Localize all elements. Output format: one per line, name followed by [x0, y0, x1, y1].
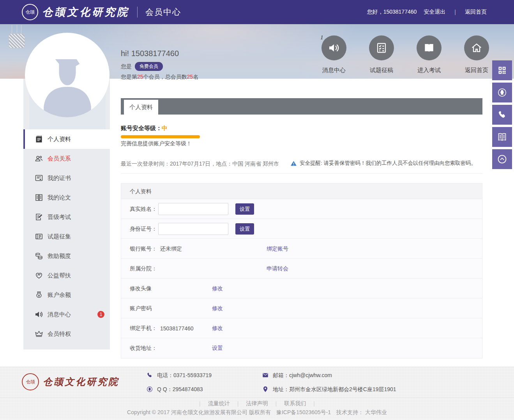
row-label: 所属分院：: [130, 265, 157, 272]
sidebar-item-个人资料[interactable]: 个人资料: [23, 129, 110, 149]
row-action-link[interactable]: 修改: [212, 305, 223, 312]
row-action-link[interactable]: 申请转会: [267, 265, 288, 272]
profile-row-text: 身份证号：: [130, 219, 157, 239]
row-action-link[interactable]: 修改: [212, 285, 223, 292]
row-action-link[interactable]: 绑定账号: [267, 245, 288, 252]
quick-action-消息中心[interactable]: 消息中心: [310, 35, 358, 74]
notebook-icon: [34, 134, 44, 144]
footer-contact: 地址：郑州市金水区绿地新都会2号楼C座19层1901: [262, 385, 396, 394]
sidebar-item-label: 试题征集: [48, 233, 71, 240]
papers-icon: [34, 193, 44, 202]
quick-action-进入考试[interactable]: 进入考试: [405, 35, 453, 74]
quick-action-label: 进入考试: [417, 67, 441, 74]
sidebar-item-消息中心[interactable]: 消息中心1: [23, 305, 110, 324]
footer-contact: Q Q：2954874083: [146, 385, 212, 394]
sidebar-item-label: 消息中心: [48, 311, 71, 318]
back-to-top-float-button[interactable]: [492, 149, 512, 169]
member-total: 25: [187, 74, 193, 80]
footer-link-流量统计[interactable]: 流量统计: [208, 400, 230, 407]
row-action-link[interactable]: 修改: [212, 325, 223, 332]
open-book-icon: [417, 35, 442, 60]
footer-brand: 仓颉 仓颉文化研究院: [22, 373, 119, 390]
set-button[interactable]: 设置: [235, 203, 254, 215]
row-action-link[interactable]: 设置: [212, 345, 223, 352]
qq-float-button[interactable]: [492, 83, 512, 102]
header-separator: ｜: [452, 9, 458, 16]
mail-icon: [262, 372, 269, 380]
tab-profile[interactable]: 个人资料: [124, 100, 158, 115]
row-value: 15038177460: [160, 325, 194, 332]
security-level-value: 中: [162, 125, 168, 131]
money-bag-icon: [34, 290, 44, 300]
profile-row-text: 真实姓名：: [130, 199, 157, 219]
row-label: 银行账号：: [130, 245, 157, 252]
sidebar-item-会员特权[interactable]: 会员特权: [23, 324, 110, 344]
sidebar-item-我的论文[interactable]: 我的论文: [23, 188, 110, 207]
link-separator: ｜: [274, 400, 279, 407]
home-icon: [464, 35, 489, 60]
greeting-text: hi! 15038177460: [121, 49, 198, 58]
sidebar-item-label: 晋级考试: [48, 214, 71, 221]
sidebar-menu: 个人资料会员关系我的证书我的论文晋级考试试题征集救助额度公益帮扶账户余额消息中心…: [23, 129, 110, 344]
sidebar-item-会员关系[interactable]: 会员关系: [23, 149, 110, 168]
phone-float-button[interactable]: [492, 105, 512, 125]
footer-links: ｜流量统计｜法律声明｜联系我们｜: [0, 397, 514, 409]
greeting-block: hi! 15038177460 您是 免费会员 您是第25个会员，总会员数25名: [121, 49, 198, 81]
header-user-links: 您好，15038177460 安全退出 ｜ 返回首页: [367, 0, 487, 24]
profile-row: 身份证号：设置: [121, 219, 482, 239]
profile-row: 银行账号：还未绑定绑定账号: [121, 239, 482, 259]
person-silhouette-icon: [29, 42, 106, 118]
link-separator: ｜: [197, 400, 203, 407]
sidebar-item-试题征集[interactable]: 试题征集: [23, 227, 110, 246]
phone-icon: [146, 372, 153, 380]
profile-row-text: 绑定手机：15038177460: [130, 318, 194, 338]
row-label: 真实姓名：: [130, 206, 157, 213]
footer-link-法律声明[interactable]: 法律声明: [246, 400, 268, 407]
last-login-info: 最近一次登录时间：2017年07月17日，地点：中国 河南省 郑州市: [121, 161, 279, 168]
profile-row-text: 所属分院：: [130, 259, 157, 279]
logout-link[interactable]: 安全退出: [424, 9, 445, 16]
sidebar-item-label: 个人资料: [48, 136, 71, 143]
collection-icon: [34, 232, 44, 241]
hanging-basket-decoration: [9, 25, 25, 50]
profile-row-text: 收货地址：: [130, 338, 157, 358]
you-are-label: 您是: [121, 63, 132, 70]
row-label: 修改头像: [130, 285, 152, 292]
quick-action-试题征稿[interactable]: 试题征稿: [358, 35, 405, 74]
quick-action-label: 返回首页: [465, 67, 488, 74]
footer-link-联系我们[interactable]: 联系我们: [284, 400, 306, 407]
heart-hands-icon: [34, 271, 44, 280]
sidebar-item-账户余额[interactable]: 账户余额: [23, 285, 110, 305]
身份证号-input[interactable]: [158, 223, 228, 235]
真实姓名-input[interactable]: [158, 203, 228, 215]
member-count-text: 您是第25个会员，总会员数25名: [121, 74, 198, 81]
profile-row-text: 账户密码: [130, 298, 152, 318]
sidebar-item-label: 公益帮扶: [48, 272, 71, 279]
profile-row: 账户密码修改: [121, 298, 482, 318]
book-lines-float-button[interactable]: [492, 127, 512, 147]
member-center-page: 仓颉 仓颉文化研究院 会员中心 您好，15038177460 安全退出 ｜ 返回…: [0, 0, 514, 420]
link-separator: ｜: [235, 400, 241, 407]
sidebar-item-救助额度[interactable]: 救助额度: [23, 246, 110, 266]
exam-icon: [34, 212, 44, 222]
footer-seal-icon: 仓颉: [22, 373, 39, 390]
member-index: 25: [137, 74, 143, 80]
qrcode-float-button[interactable]: [492, 60, 512, 80]
row-value: 还未绑定: [160, 245, 182, 252]
membership-badge: 免费会员: [135, 62, 163, 71]
set-button[interactable]: 设置: [235, 223, 254, 235]
sidebar-item-label: 救助额度: [48, 252, 71, 260]
row-label: 账户密码: [130, 305, 152, 312]
sidebar-item-公益帮扶[interactable]: 公益帮扶: [23, 266, 110, 285]
profile-row: 所属分院：申请转会: [121, 259, 482, 279]
profile-row: 修改头像修改: [121, 279, 482, 298]
footer-contacts-right: 邮箱：cjwh@cjwhw.com地址：郑州市金水区绿地新都会2号楼C座19层1…: [262, 371, 396, 394]
panel-rows: 真实姓名：设置身份证号：设置银行账号：还未绑定绑定账号所属分院：申请转会修改头像…: [121, 199, 482, 358]
tab-strip: 个人资料: [121, 98, 482, 115]
back-home-link[interactable]: 返回首页: [465, 9, 487, 16]
brand-seal-icon: 仓颉: [22, 4, 38, 20]
profile-row: 真实姓名：设置: [121, 199, 482, 219]
sidebar-item-我的证书[interactable]: 我的证书: [23, 168, 110, 188]
sidebar-item-晋级考试[interactable]: 晋级考试: [23, 207, 110, 227]
profile-panel: 个人资料 真实姓名：设置身份证号：设置银行账号：还未绑定绑定账号所属分院：申请转…: [121, 183, 482, 358]
